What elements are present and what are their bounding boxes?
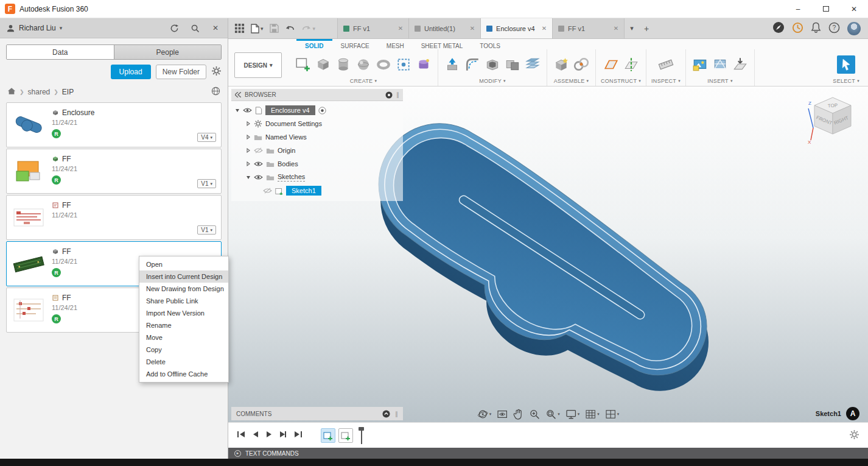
job-status-clock-icon[interactable] <box>792 22 803 35</box>
ribbon-tab-surface[interactable]: SURFACE <box>332 39 378 49</box>
joint-icon[interactable] <box>572 55 590 74</box>
orbit-icon[interactable]: ▾ <box>477 409 492 420</box>
cylinder-icon[interactable] <box>334 55 352 74</box>
menu-item-insert-into-current-design[interactable]: Insert into Current Design <box>139 270 228 283</box>
comments-bar[interactable]: COMMENTS ∥ <box>231 407 403 420</box>
version-dropdown[interactable]: V1▾ <box>197 225 216 235</box>
timeline-step-forward-icon[interactable] <box>279 431 287 440</box>
tree-row-root[interactable]: Enclosure v4 <box>231 104 403 117</box>
torus-icon[interactable] <box>374 55 393 74</box>
grid-icon[interactable]: ▾ <box>585 409 600 420</box>
root-component-label[interactable]: Enclosure v4 <box>265 105 315 115</box>
doc-tab[interactable]: Untitled(1)✕ <box>409 18 481 38</box>
sketch1-label[interactable]: Sketch1 <box>286 186 321 196</box>
press-pull-icon[interactable] <box>443 55 461 74</box>
close-tab-icon[interactable]: ✕ <box>398 25 403 32</box>
pan-icon[interactable] <box>513 409 523 420</box>
look-at-icon[interactable] <box>497 409 508 420</box>
doc-tab[interactable]: FF v1✕ <box>553 18 625 38</box>
tree-row-named-views[interactable]: Named Views <box>231 130 403 144</box>
tree-row-sketch1[interactable]: Sketch1 <box>231 184 403 197</box>
version-dropdown[interactable]: V4▾ <box>197 133 216 142</box>
timeline-position-marker[interactable] <box>359 427 364 444</box>
data-panel-toggle-icon[interactable] <box>234 23 245 34</box>
expander-open-icon[interactable] <box>235 108 240 113</box>
list-item[interactable]: FF 11/24/21 V1▾ <box>6 195 222 240</box>
text-commands-bar[interactable]: ▸ TEXT COMMANDS <box>228 448 868 459</box>
home-icon[interactable] <box>7 87 16 97</box>
zoom-icon[interactable] <box>529 409 540 420</box>
browser-options-icon[interactable] <box>385 91 393 99</box>
avatar[interactable] <box>847 22 861 35</box>
viewports-icon[interactable]: ▾ <box>605 409 620 420</box>
help-icon[interactable]: ? <box>828 22 840 35</box>
tree-row-document-settings[interactable]: Document Settings <box>231 117 403 130</box>
close-tab-icon[interactable]: ✕ <box>614 25 618 32</box>
timeline-sketch1-feature[interactable] <box>321 428 335 443</box>
doc-tab[interactable]: FF v1✕ <box>337 18 409 38</box>
version-dropdown[interactable]: V1▾ <box>197 179 216 188</box>
ribbon-tab-sheet-metal[interactable]: SHEET METAL <box>413 39 472 49</box>
group-label-select[interactable]: SELECT▾ <box>833 78 859 85</box>
create-sketch-icon[interactable] <box>294 55 312 74</box>
close-tab-icon[interactable]: ✕ <box>470 25 475 32</box>
viewcube-top-label[interactable]: TOP <box>828 102 838 108</box>
tab-list-dropdown-icon[interactable]: ▾ <box>625 18 639 38</box>
extensions-compass-icon[interactable] <box>772 21 785 35</box>
group-label-insert[interactable]: INSERT▾ <box>707 78 732 85</box>
group-label-assemble[interactable]: ASSEMBLE▾ <box>554 78 589 85</box>
display-settings-icon[interactable]: ▾ <box>565 409 580 420</box>
offset-face-icon[interactable] <box>523 55 542 74</box>
doc-tab-active[interactable]: Enclosure v4✕ <box>481 18 553 38</box>
menu-item-copy[interactable]: Copy <box>139 344 228 356</box>
list-item[interactable]: Enclosure 11/24/21 R V4▾ <box>6 102 222 147</box>
group-label-modify[interactable]: MODIFY▾ <box>479 78 506 85</box>
form-icon[interactable] <box>415 55 433 74</box>
grip-icon[interactable]: ∥ <box>395 411 398 417</box>
menu-item-import-new-version[interactable]: Import New Version <box>139 307 228 319</box>
menu-item-share-public-link[interactable]: Share Public Link <box>139 295 228 307</box>
view-cube[interactable]: TOP FRONT RIGHT Z X <box>806 91 859 145</box>
breadcrumb-project[interactable]: EIP <box>62 88 74 96</box>
close-tab-icon[interactable]: ✕ <box>542 25 547 32</box>
tree-row-origin[interactable]: Origin <box>231 144 403 157</box>
tree-row-sketches[interactable]: Sketches <box>231 171 403 184</box>
expander-closed-icon[interactable] <box>246 148 251 153</box>
construct-plane-icon[interactable] <box>602 55 620 74</box>
undo-icon[interactable] <box>285 24 295 33</box>
expand-comments-icon[interactable] <box>382 410 390 418</box>
shell-icon[interactable] <box>483 55 502 74</box>
menu-item-open[interactable]: Open <box>139 258 228 270</box>
visibility-eye-icon[interactable] <box>254 174 263 180</box>
new-component-icon[interactable] <box>552 55 570 74</box>
visibility-eye-icon[interactable] <box>254 161 263 167</box>
search-icon[interactable] <box>189 22 201 34</box>
fillet-icon[interactable] <box>463 55 481 74</box>
expander-closed-icon[interactable] <box>246 121 251 126</box>
user-name[interactable]: Richard Liu <box>19 24 56 32</box>
coil-icon[interactable] <box>394 55 413 74</box>
tree-row-bodies[interactable]: Bodies <box>231 157 403 171</box>
timeline-skip-end-icon[interactable] <box>294 431 303 440</box>
ribbon-tab-solid[interactable]: SOLID <box>296 39 332 49</box>
list-item[interactable]: FF 11/24/21 R V1▾ <box>6 149 222 194</box>
combine-icon[interactable] <box>503 55 522 74</box>
ribbon-tab-tools[interactable]: TOOLS <box>471 39 509 49</box>
fit-icon[interactable]: ▾ <box>545 409 560 420</box>
menu-item-add-to-offline-cache[interactable]: Add to Offline Cache <box>139 368 228 380</box>
maximize-button[interactable] <box>812 0 840 18</box>
new-tab-icon[interactable]: + <box>639 18 654 38</box>
viewport[interactable]: BROWSER ∥ Enclosure v4 <box>228 86 868 422</box>
expander-closed-icon[interactable] <box>246 135 251 139</box>
select-tool-icon[interactable] <box>837 55 855 74</box>
activate-component-radio[interactable] <box>318 107 326 115</box>
timeline-settings-gear-icon[interactable] <box>849 429 859 442</box>
measure-icon[interactable] <box>657 55 675 74</box>
grip-icon[interactable]: ∥ <box>396 91 399 98</box>
new-folder-button[interactable]: New Folder <box>156 65 206 79</box>
menu-item-new-drawing-from-design[interactable]: New Drawing from Design <box>139 283 228 295</box>
close-button[interactable]: ✕ <box>840 0 868 18</box>
timeline-skip-start-icon[interactable] <box>237 431 245 440</box>
box-icon[interactable] <box>314 55 332 74</box>
data-settings-gear-icon[interactable] <box>211 66 222 78</box>
